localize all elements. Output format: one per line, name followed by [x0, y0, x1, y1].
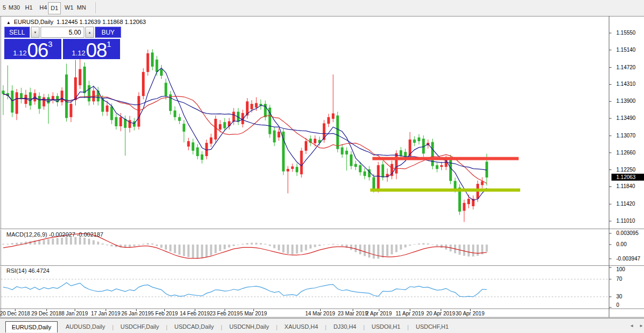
- collapse-panel-icon[interactable]: ▲: [6, 20, 11, 25]
- price-axis-label: 1.14720: [616, 64, 635, 70]
- chart-tab-usdchf-h1[interactable]: USDCHF,H1: [409, 321, 456, 332]
- buy-price-sup: 1: [107, 39, 111, 48]
- date-axis-label: 20 Dec 2018: [0, 311, 30, 316]
- chart-tab-usdchf-daily[interactable]: USDCHF,Daily: [114, 321, 166, 332]
- rsi-axis-label: 100: [616, 266, 625, 272]
- date-axis-label: 29 Dec 2018: [31, 311, 62, 316]
- price-axis-label: 1.11840: [616, 183, 635, 189]
- date-axis-label: 14 Feb 2019: [180, 311, 210, 316]
- chart-tab-dj30-h4[interactable]: DJ30,H4: [327, 321, 363, 332]
- price-axis-label: 1.13070: [616, 133, 635, 139]
- date-axis-label: 23 Mar 2019: [338, 311, 368, 316]
- timeframe-button-H4[interactable]: H4: [38, 3, 49, 12]
- chevron-up-icon: ▲: [88, 31, 91, 34]
- chart-tab-usdcad-daily[interactable]: USDCAD,Daily: [168, 321, 221, 332]
- one-click-trading-panel: SELL ▼ ▲ BUY 1.12063 1.12081: [4, 27, 121, 60]
- macd-axis-label: 0.003095: [616, 230, 639, 236]
- chart-tabs-bar: EURUSD,Daily AUDUSD,Daily|USDCHF,Daily|U…: [0, 318, 644, 333]
- price-axis-label: 1.15140: [616, 47, 635, 53]
- chart-canvas[interactable]: [0, 16, 644, 318]
- timeframe-button-M30[interactable]: M30: [7, 3, 21, 12]
- price-axis-label: 1.11010: [616, 218, 635, 224]
- date-axis-label: 5 Mar 2019: [240, 311, 267, 316]
- timeframe-button-W1[interactable]: W1: [63, 3, 75, 12]
- price-axis-label: 1.13490: [616, 115, 635, 121]
- date-axis-label: 20 Apr 2019: [426, 311, 455, 316]
- date-axis-label: 23 Feb 2019: [210, 311, 240, 316]
- chart-tabs-inactive: AUDUSD,Daily|USDCHF,Daily|USDCAD,Daily|U…: [59, 321, 456, 332]
- date-axis-label: 2 Apr 2019: [366, 311, 392, 316]
- timeframe-button-D1[interactable]: D1: [48, 2, 61, 14]
- timeframe-toolbar: 5M30H1H4D1W1MN: [0, 0, 644, 15]
- volume-decrease-button[interactable]: ▼: [31, 27, 39, 38]
- tab-scroll-right-icon[interactable]: ►: [639, 323, 643, 328]
- rsi-axis-label: 0: [616, 302, 619, 308]
- toolbar-separator: [96, 2, 97, 13]
- rsi-label: RSI(14) 46.4724: [6, 267, 50, 274]
- date-axis-label: 30 Apr 2019: [456, 311, 484, 316]
- buy-price-small: 1.12: [72, 49, 85, 57]
- sell-price-sup: 3: [48, 39, 52, 48]
- chart-tab-usdoil-h1[interactable]: USDOil,H1: [365, 321, 408, 332]
- sell-price-big: 06: [27, 42, 48, 59]
- date-axis-label: 14 Mar 2019: [305, 311, 335, 316]
- resistance-line[interactable]: [372, 157, 519, 160]
- date-axis-label: 8 Jan 2019: [61, 311, 88, 316]
- macd-label: MACD(12,26,9) -0.002027 -0.002187: [6, 231, 104, 238]
- volume-input[interactable]: [41, 27, 84, 38]
- price-axis-label: 1.11420: [616, 201, 635, 207]
- date-axis-label: 11 Apr 2019: [395, 311, 424, 316]
- chart-symbol-title: ▲EURUSD,Daily 1.12445 1.12639 1.11868 1.…: [6, 19, 146, 25]
- macd-axis-label: -0.003947: [616, 256, 640, 262]
- volume-increase-button[interactable]: ▲: [85, 27, 94, 38]
- chevron-down-icon: ▼: [34, 31, 37, 34]
- rsi-axis-label: 70: [616, 276, 622, 282]
- timeframe-button-MN[interactable]: MN: [75, 3, 88, 12]
- rsi-axis-label: 30: [616, 294, 622, 299]
- chart-tab-active[interactable]: EURUSD,Daily: [5, 321, 58, 332]
- macd-axis-label: 0.00: [616, 241, 626, 247]
- price-axis-label: 1.12250: [616, 167, 635, 173]
- ohlc-values: 1.12445 1.12639 1.11868 1.12063: [57, 19, 146, 25]
- buy-price-box[interactable]: 1.12081: [63, 39, 120, 59]
- date-axis-label: 26 Jan 2019: [121, 311, 150, 316]
- chart-tab-xauusd-h4[interactable]: XAUUSD,H4: [277, 321, 325, 332]
- price-axis-label: 1.12660: [616, 150, 635, 156]
- buy-price-big: 08: [86, 42, 107, 59]
- date-axis-label: 5 Feb 2019: [151, 311, 178, 316]
- symbol-period-label: EURUSD,Daily: [14, 19, 53, 25]
- sell-button[interactable]: SELL: [4, 27, 30, 38]
- chart-tab-usdcnh-daily[interactable]: USDCNH,Daily: [222, 321, 276, 332]
- current-price-tag: 1.12063: [611, 174, 644, 181]
- price-axis-label: 1.15550: [616, 30, 635, 36]
- tab-scroll-left-icon[interactable]: ◄: [630, 323, 634, 328]
- price-axis-label: 1.14310: [616, 81, 635, 87]
- buy-button[interactable]: BUY: [95, 27, 121, 38]
- chart-window: ▲EURUSD,Daily 1.12445 1.12639 1.11868 1.…: [0, 16, 644, 318]
- chart-tab-audusd-daily[interactable]: AUDUSD,Daily: [59, 321, 112, 332]
- price-axis-label: 1.13900: [616, 98, 635, 104]
- date-axis-label: 17 Jan 2019: [91, 311, 120, 316]
- sell-price-box[interactable]: 1.12063: [4, 39, 61, 59]
- support-line[interactable]: [370, 189, 520, 192]
- timeframe-button-H1[interactable]: H1: [23, 3, 34, 12]
- sell-price-small: 1.12: [13, 49, 27, 57]
